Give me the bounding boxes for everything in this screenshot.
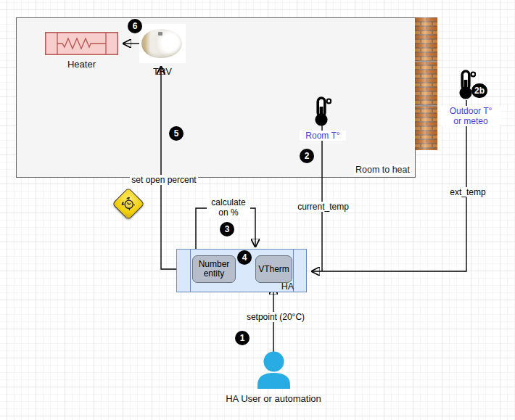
- brick-wall: [415, 17, 437, 150]
- vtherm-node: VTherm: [255, 255, 292, 283]
- outdoor-temp-label: Outdoor T° or meteo: [441, 106, 500, 126]
- room-temp-label: Room T°: [300, 131, 346, 141]
- step-badge-4: 4: [237, 250, 252, 265]
- heater-shape: [45, 32, 118, 55]
- heater-label: Heater: [45, 59, 118, 70]
- trv-image: [139, 24, 186, 63]
- trv-display-detail: [158, 32, 162, 36]
- calculate-line2: on %: [218, 207, 238, 218]
- set-open-percent-label: set open percent: [130, 175, 198, 185]
- user-label: HA User or automation: [201, 393, 346, 404]
- room-thermometer-icon: [312, 96, 331, 127]
- step-badge-6: 6: [128, 19, 142, 33]
- ext-temp-label: ext_temp: [447, 187, 489, 197]
- calculate-on-percent-label: calculate on %: [207, 197, 250, 218]
- ha-label: HA: [281, 282, 294, 292]
- calculate-line1: calculate: [211, 197, 245, 207]
- step-badge-5: 5: [169, 126, 184, 141]
- step-badge-1: 1: [235, 331, 250, 345]
- alarm-clock-icon: [119, 194, 137, 213]
- outdoor-temp-line2: or meteo: [453, 116, 487, 126]
- ha-box-left-bar: [190, 250, 191, 292]
- setpoint-label: setpoint (20°C): [242, 312, 309, 322]
- number-entity-node: Number entity: [192, 255, 236, 283]
- edge-number-entity-to-trv: [161, 67, 192, 269]
- diagram-canvas: Room to heat: [0, 0, 515, 420]
- current-temp-label: current_temp: [295, 202, 351, 212]
- step-badge-3: 3: [220, 222, 234, 236]
- trv-label: TRV: [139, 66, 186, 77]
- step-badge-2b: 2b: [471, 83, 487, 98]
- user-icon: [255, 351, 293, 389]
- step-badge-2: 2: [300, 149, 314, 163]
- outdoor-temp-line1: Outdoor T°: [450, 106, 493, 116]
